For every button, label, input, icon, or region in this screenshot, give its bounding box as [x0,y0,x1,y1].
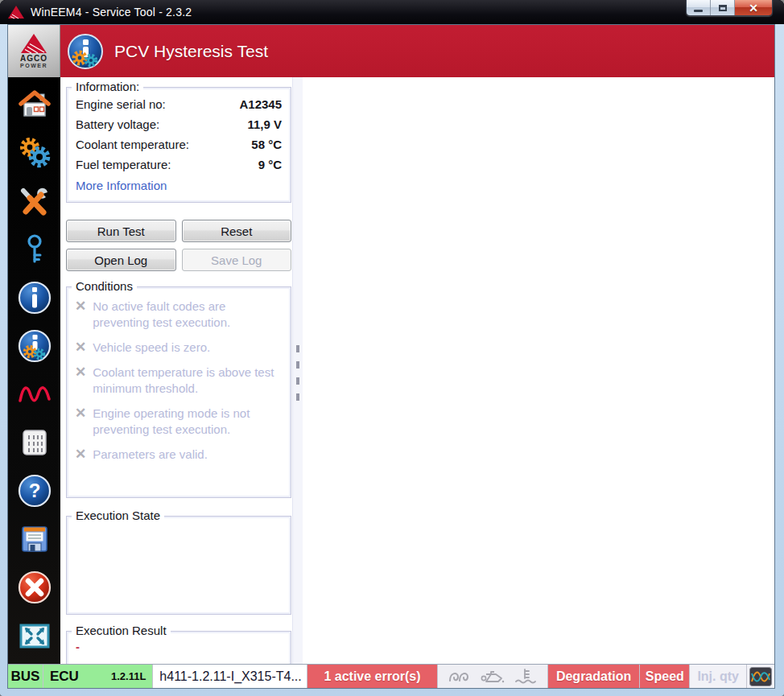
run-test-button[interactable]: Run Test [66,220,176,242]
condition-text: Coolant temperature is above test minimu… [93,364,283,397]
sidebar-item-service-test[interactable] [18,329,52,363]
sidebar-item-close[interactable] [18,570,52,604]
info-value: 9 °C [258,158,282,171]
condition-x-icon: ✕ [75,447,86,463]
save-log-button: Save Log [182,249,292,271]
condition-x-icon: ✕ [75,340,86,356]
oil-pressure-icon [480,668,505,686]
sidebar-item-tools[interactable] [18,184,52,218]
splitter-grip [296,345,299,352]
condition-x-icon: ✕ [75,364,86,397]
sidebar-item-parameters[interactable] [18,426,52,459]
information-group-title: Information: [72,80,143,93]
gears-icon [18,136,52,170]
app-window: WinEEM4 - Service Tool - 2.3.2 ✕ AGCO [0,0,784,696]
sidebar-item-information[interactable] [18,281,52,315]
info-label: Battery voltage: [76,117,159,131]
info-value: 11,9 V [247,117,282,131]
info-label: Coolant temperature: [76,138,189,151]
action-buttons: Run Test Reset Open Log Save Log [66,220,291,271]
sidebar-item-settings[interactable] [18,136,52,170]
service-test-icon [18,329,52,363]
window-frame: AGCO POWER [0,24,784,696]
minimize-icon [694,10,703,12]
condition-item: ✕ Coolant temperature is above test mini… [75,364,283,397]
minimize-button[interactable] [687,0,711,15]
key-icon [18,233,52,266]
sidebar-item-save[interactable] [18,522,52,556]
info-row-coolant-temperature: Coolant temperature: 58 °C [73,134,284,154]
condition-item: ✕ Engine operating mode is not preventin… [75,406,283,438]
fullscreen-icon [18,619,52,653]
agco-triangle-icon [20,33,47,54]
parameter-grid-icon [18,426,52,459]
open-log-button[interactable]: Open Log [66,249,176,271]
more-information-link[interactable]: More Information [76,179,167,192]
panel-splitter[interactable] [292,77,303,664]
agco-logo-subtext: POWER [20,63,47,69]
close-app-icon [18,570,52,604]
close-button[interactable]: ✕ [735,0,772,15]
page-title: PCV Hysteresis Test [114,42,268,61]
condition-item: ✕ Vehicle speed is zero. [75,340,283,356]
info-label: Engine serial no: [76,97,166,111]
splitter-grip [296,393,299,401]
sidebar: ? [8,77,60,664]
help-icon: ? [18,474,52,508]
bus-status[interactable]: BUS [8,665,43,688]
condition-text: Parameters are valid. [93,447,208,463]
titlebar[interactable]: WinEEM4 - Service Tool - 2.3.2 ✕ [0,0,784,24]
pcv-test-icon [67,33,104,70]
condition-text: Engine operating mode is not preventing … [93,406,283,438]
ecu-status[interactable]: ECU 1.2.11L [43,665,153,688]
info-row-battery-voltage: Battery voltage: 11,9 V [73,114,284,134]
sidebar-item-measurement[interactable] [18,377,52,411]
reset-button[interactable]: Reset [182,220,292,242]
window-controls: ✕ [686,0,773,16]
agco-power-logo: AGCO POWER [8,25,60,77]
degradation-badge[interactable]: Degradation [548,665,640,688]
status-bar: BUS ECU 1.2.11L h411-1.2.11-I_X315-T4...… [8,664,774,688]
speed-badge[interactable]: Speed [640,665,690,688]
execution-state-title: Execution State [72,509,164,522]
info-icon [18,281,52,315]
splitter-grip [296,361,299,369]
software-id[interactable]: h411-1.2.11-I_X315-T4... [153,665,307,688]
signal-wave-icon [18,377,52,411]
sidebar-item-home[interactable] [18,88,52,121]
glow-plug-icon [448,668,473,686]
active-errors-badge[interactable]: 1 active error(s) [307,665,437,688]
agco-logo-text: AGCO [20,55,47,63]
waveform-chart-button[interactable] [747,665,774,688]
tools-icon [18,184,52,218]
coolant-temp-icon [512,668,538,686]
ecu-version: 1.2.11L [111,670,146,682]
condition-x-icon: ✕ [75,406,86,438]
window-title: WinEEM4 - Service Tool - 2.3.2 [31,6,192,19]
execution-result-group: Execution Result - [66,631,291,664]
maximize-button[interactable] [711,0,735,15]
execution-result-title: Execution Result [72,624,171,637]
conditions-group: Conditions ✕ No active fault codes are p… [66,286,291,498]
app-logo-icon [7,5,25,19]
info-value: 58 °C [251,138,282,151]
condition-item: ✕ Parameters are valid. [75,447,283,463]
close-icon: ✕ [749,2,758,14]
information-group: Information: Engine serial no: A12345 Ba… [66,87,291,203]
condition-item: ✕ No active fault codes are preventing t… [75,299,283,331]
sidebar-item-key[interactable] [18,233,52,266]
home-icon [18,88,52,121]
save-icon [18,522,52,556]
execution-state-group: Execution State [66,516,291,615]
sidebar-item-fullscreen[interactable] [18,619,52,653]
sidebar-item-help[interactable]: ? [18,474,52,508]
info-row-fuel-temperature: Fuel temperature: 9 °C [73,154,284,175]
execution-result-value: - [73,640,284,653]
waveform-chart-icon [749,667,772,686]
page-header: AGCO POWER [8,25,774,77]
test-panel: Information: Engine serial no: A12345 Ba… [66,77,291,664]
info-value: A12345 [239,97,282,111]
condition-text: Vehicle speed is zero. [93,340,210,356]
info-label: Fuel temperature: [76,158,171,171]
warning-indicators [438,665,548,688]
